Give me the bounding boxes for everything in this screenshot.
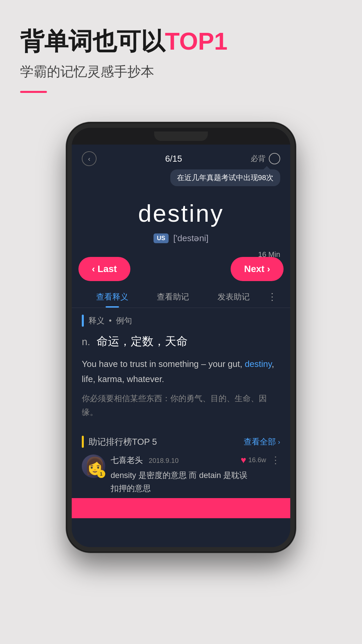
notch-inner — [154, 131, 208, 141]
definition-text: n. 命运，定数，天命 — [82, 333, 280, 350]
us-badge: US — [154, 233, 169, 243]
more-options-button[interactable]: ⋮ — [271, 454, 280, 466]
phonetic-section: US ['destəni] — [82, 233, 280, 244]
user-content: density 是密度的意思 而 detain 是耽误扣押的意思 — [111, 469, 280, 495]
view-all-label: 查看全部 — [244, 436, 276, 447]
section-title: 释义 • 例句 — [88, 315, 132, 326]
progress-indicator: 6/15 — [165, 154, 182, 164]
word-section: destiny US ['destəni] — [72, 190, 290, 250]
yellow-bar-icon — [82, 436, 84, 448]
timer-label: 16 Min — [258, 250, 280, 259]
section-bar-icon — [82, 315, 84, 327]
subtitle: 学霸的记忆灵感手抄本 — [20, 62, 342, 81]
user-info: 七喜老头 2018.9.10 ♥ 16.6w ⋮ — [111, 454, 280, 495]
main-title: 背单词也可以TOP1 — [20, 27, 342, 56]
example-english: You have to trust in something – your gu… — [82, 357, 280, 386]
next-button[interactable]: Next › — [231, 257, 284, 281]
user-name: 七喜老头 — [111, 455, 143, 465]
user-name-row: 七喜老头 2018.9.10 ♥ 16.6w ⋮ — [111, 454, 280, 466]
title-highlight: TOP1 — [165, 28, 228, 55]
like-count: 16.6w — [248, 456, 266, 464]
user-meta: 七喜老头 2018.9.10 — [111, 455, 179, 466]
user-date: 2018.9.10 — [149, 457, 179, 464]
exam-tooltip: 在近几年真题考试中出现98次 — [170, 169, 280, 186]
example-prefix: You have to trust in something – your gu… — [82, 359, 245, 369]
tab-more-button[interactable]: ⋮ — [264, 291, 280, 308]
top-banner: 背单词也可以TOP1 学霸的记忆灵感手抄本 — [0, 0, 362, 123]
must-circle-icon[interactable] — [269, 153, 280, 164]
definition-section: 释义 • 例句 n. 命运，定数，天命 You have to trust in… — [72, 308, 290, 432]
tab-mnemonic-view[interactable]: 查看助记 — [142, 291, 203, 308]
must-memorize: 必背 — [251, 153, 280, 164]
word-display: destiny — [82, 200, 280, 227]
bottom-pink-bar — [72, 498, 290, 518]
phone-frame: ‹ 6/15 必背 在近几年真题考试中出现98次 destiny US ['de… — [67, 123, 295, 552]
tooltip-container: 在近几年真题考试中出现98次 — [72, 169, 290, 190]
tab-bar: 查看释义 查看助记 发表助记 ⋮ — [72, 284, 290, 308]
example-keyword: destiny — [245, 359, 272, 369]
nav-bar: ‹ 6/15 必背 — [72, 145, 290, 169]
title-divider — [20, 91, 47, 93]
example-chinese: 你必须要相信某些东西：你的勇气、目的、生命、因缘。 — [82, 392, 280, 419]
mnemonic-header: 助记排行榜TOP 5 查看全部 › — [82, 436, 280, 448]
power-button — [294, 195, 295, 222]
heart-icon: ♥ — [241, 455, 246, 466]
tab-definition[interactable]: 查看释义 — [82, 291, 142, 308]
tab-mnemonic-post[interactable]: 发表助记 — [203, 291, 264, 308]
back-button[interactable]: ‹ — [82, 151, 97, 166]
must-label: 必背 — [251, 154, 265, 164]
avatar-wrapper: 1 — [82, 454, 105, 478]
user-actions: ♥ 16.6w ⋮ — [241, 454, 280, 466]
back-icon: ‹ — [88, 155, 90, 163]
phone-wrapper: ‹ 6/15 必背 在近几年真题考试中出现98次 destiny US ['de… — [0, 123, 362, 552]
like-button[interactable]: ♥ 16.6w — [241, 455, 266, 466]
phonetic-text: ['destəni] — [173, 233, 208, 244]
volume-up-button — [67, 205, 68, 232]
mnemonic-section: 助记排行榜TOP 5 查看全部 › 1 — [72, 432, 290, 501]
rank-badge: 1 — [97, 470, 105, 478]
view-all-button[interactable]: 查看全部 › — [244, 436, 280, 447]
part-of-speech: n. — [82, 336, 90, 347]
silent-button — [67, 181, 68, 198]
volume-down-button — [67, 238, 68, 265]
mnemonic-title-row: 助记排行榜TOP 5 — [82, 436, 157, 448]
view-all-arrow-icon: › — [278, 438, 280, 446]
last-button[interactable]: ‹ Last — [78, 257, 130, 281]
word-navigation: ‹ Last 16 Min Next › — [72, 250, 290, 284]
user-card: 1 七喜老头 2018.9.10 ♥ — [82, 454, 280, 501]
section-label: 释义 • 例句 — [82, 315, 280, 327]
phone-notch — [72, 128, 290, 145]
meaning-text: 命运，定数，天命 — [97, 335, 188, 347]
phone-screen: ‹ 6/15 必背 在近几年真题考试中出现98次 destiny US ['de… — [72, 145, 290, 547]
mnemonic-title: 助记排行榜TOP 5 — [88, 436, 157, 448]
title-text-part1: 背单词也可以 — [20, 28, 165, 55]
